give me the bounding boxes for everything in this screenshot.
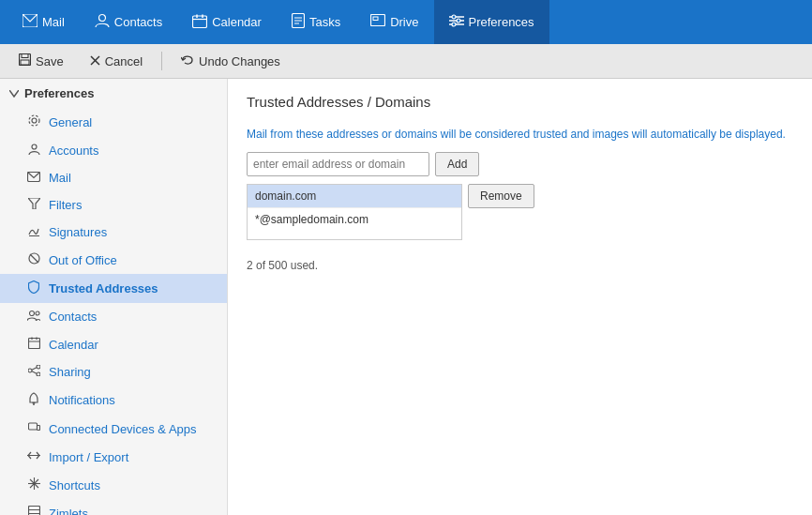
notifications-icon — [26, 392, 41, 408]
save-button[interactable]: Save — [8, 50, 75, 72]
sidebar-item-sharing[interactable]: Sharing — [0, 358, 227, 386]
save-label: Save — [36, 54, 64, 68]
section-description: Mail from these addresses or domains wil… — [247, 127, 793, 143]
svg-point-39 — [37, 372, 40, 376]
sidebar-item-shortcuts[interactable]: Shortcuts — [0, 471, 227, 499]
trusted-addresses-icon — [26, 280, 41, 296]
nav-contacts-label: Contacts — [114, 15, 162, 29]
svg-rect-33 — [28, 339, 39, 349]
svg-rect-44 — [28, 423, 37, 430]
sharing-icon — [26, 365, 41, 379]
domain-item-0[interactable]: domain.com — [248, 185, 461, 208]
nav-preferences-label: Preferences — [469, 15, 534, 29]
sidebar-item-mail-label: Mail — [49, 171, 71, 185]
sidebar-header: Preferences — [0, 79, 227, 108]
sidebar-item-zimlets[interactable]: Zimlets — [0, 499, 227, 515]
mail-nav-icon — [23, 14, 38, 30]
signatures-icon — [26, 225, 41, 239]
contacts-sidebar-icon — [26, 310, 41, 324]
sidebar-item-general[interactable]: General — [0, 108, 227, 136]
sidebar-item-import-export[interactable]: Import / Export — [0, 443, 227, 471]
sidebar-item-sharing-label: Sharing — [49, 365, 91, 379]
sidebar-title: Preferences — [24, 86, 94, 100]
content-area: Trusted Addresses / Domains Mail from th… — [228, 79, 812, 515]
sidebar-item-accounts-label: Accounts — [49, 144, 98, 158]
sidebar-collapse-icon[interactable] — [9, 86, 19, 100]
nav-calendar[interactable]: Calendar — [177, 0, 277, 44]
svg-rect-2 — [193, 16, 207, 28]
svg-line-41 — [32, 371, 37, 373]
nav-tasks[interactable]: Tasks — [277, 0, 355, 44]
sidebar-item-connected-devices[interactable]: Connected Devices & Apps — [0, 415, 227, 443]
domain-item-1[interactable]: *@sampledomain.com — [248, 208, 461, 231]
svg-point-38 — [37, 365, 40, 369]
zimlets-icon — [26, 506, 41, 515]
preferences-nav-icon — [449, 14, 464, 30]
calendar-sidebar-icon — [26, 337, 41, 352]
mail-sidebar-icon — [26, 171, 41, 185]
svg-point-43 — [33, 403, 35, 405]
svg-line-40 — [32, 368, 37, 370]
remove-button[interactable]: Remove — [468, 184, 534, 208]
sidebar-item-connected-devices-label: Connected Devices & Apps — [49, 422, 197, 436]
svg-point-32 — [36, 311, 39, 315]
sidebar-item-signatures[interactable]: Signatures — [0, 219, 227, 246]
sidebar-item-trusted-addresses-label: Trusted Addresses — [49, 281, 158, 295]
sidebar-item-accounts[interactable]: Accounts — [0, 136, 227, 164]
svg-point-31 — [30, 311, 35, 316]
sidebar-item-contacts[interactable]: Contacts — [0, 303, 227, 330]
svg-point-17 — [452, 23, 456, 26]
nav-preferences[interactable]: Preferences — [434, 0, 549, 44]
svg-line-30 — [30, 254, 38, 263]
top-navigation: Mail Contacts Calendar Tasks Drive Prefe… — [0, 0, 812, 44]
domain-list: domain.com *@sampledomain.com — [247, 184, 462, 240]
contacts-nav-icon — [95, 13, 110, 31]
sidebar-item-mail[interactable]: Mail — [0, 164, 227, 191]
sidebar-item-filters-label: Filters — [49, 198, 82, 212]
undo-changes-button[interactable]: Undo Changes — [170, 50, 292, 72]
svg-marker-27 — [28, 198, 40, 209]
nav-contacts[interactable]: Contacts — [80, 0, 177, 44]
nav-mail[interactable]: Mail — [8, 0, 80, 44]
drive-nav-icon — [370, 14, 385, 30]
nav-mail-label: Mail — [42, 15, 65, 29]
tasks-nav-icon — [292, 13, 305, 31]
sidebar: Preferences General Accounts Mail Filter… — [0, 79, 228, 515]
calendar-nav-icon — [192, 14, 207, 31]
svg-point-37 — [28, 369, 32, 372]
undo-icon — [181, 53, 194, 68]
save-icon — [19, 53, 31, 68]
sidebar-item-filters[interactable]: Filters — [0, 191, 227, 219]
sidebar-item-trusted-addresses[interactable]: Trusted Addresses — [0, 274, 227, 303]
cancel-icon — [90, 54, 100, 68]
shortcuts-icon — [26, 477, 41, 492]
sidebar-item-out-of-office[interactable]: Out of Office — [0, 246, 227, 274]
import-export-icon — [26, 449, 41, 464]
toolbar-separator — [161, 52, 162, 70]
svg-point-1 — [98, 15, 105, 22]
nav-calendar-label: Calendar — [212, 15, 262, 29]
toolbar: Save Cancel Undo Changes — [0, 44, 812, 79]
undo-changes-label: Undo Changes — [199, 54, 280, 68]
nav-drive[interactable]: Drive — [355, 0, 433, 44]
svg-point-23 — [32, 118, 37, 123]
address-input[interactable] — [247, 152, 429, 176]
usage-text: 2 of 500 used. — [247, 259, 793, 272]
sidebar-item-signatures-label: Signatures — [49, 225, 107, 239]
out-of-office-icon — [26, 252, 41, 267]
sidebar-item-calendar-label: Calendar — [49, 338, 98, 352]
add-address-row: Add — [247, 152, 793, 176]
sidebar-item-notifications[interactable]: Notifications — [0, 386, 227, 415]
svg-point-16 — [457, 19, 460, 23]
add-button[interactable]: Add — [435, 152, 479, 176]
sidebar-item-calendar[interactable]: Calendar — [0, 330, 227, 358]
nav-tasks-label: Tasks — [309, 15, 340, 29]
svg-point-15 — [452, 15, 456, 19]
main-layout: Preferences General Accounts Mail Filter… — [0, 79, 812, 515]
content-inner: Trusted Addresses / Domains Mail from th… — [228, 79, 812, 287]
cancel-button[interactable]: Cancel — [79, 51, 154, 72]
sidebar-item-out-of-office-label: Out of Office — [49, 253, 117, 267]
svg-rect-11 — [373, 17, 378, 21]
domain-list-section: domain.com *@sampledomain.com Remove — [247, 184, 793, 250]
sidebar-item-shortcuts-label: Shortcuts — [49, 478, 100, 492]
